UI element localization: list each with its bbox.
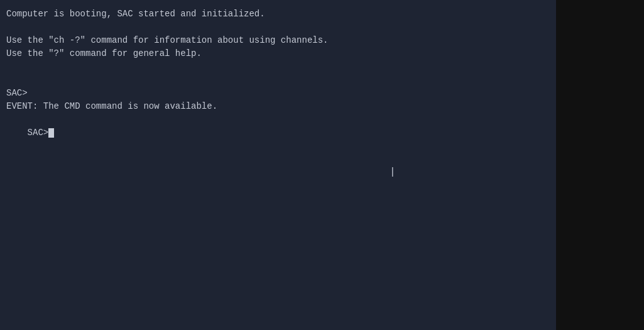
terminal-line-general-help: Use the "?" command for general help. [6,47,550,60]
terminal-window[interactable]: Computer is booting, SAC started and ini… [0,0,556,330]
right-panel [556,0,644,330]
terminal-line-empty-2 [6,60,550,74]
terminal-line-boot: Computer is booting, SAC started and ini… [6,8,550,21]
terminal-line-empty-1 [6,21,550,34]
mouse-cursor: | [390,167,396,178]
terminal-line-event: EVENT: The CMD command is now available. [6,100,550,113]
terminal-line-ch-help: Use the "ch -?" command for information … [6,34,550,47]
terminal-cursor [48,128,54,138]
terminal-prompt-text: SAC> [28,128,49,138]
terminal-line-sac-prompt-2[interactable]: SAC> [6,113,550,153]
terminal-line-sac-prompt-1: SAC> [6,87,550,100]
terminal-line-empty-3 [6,74,550,87]
